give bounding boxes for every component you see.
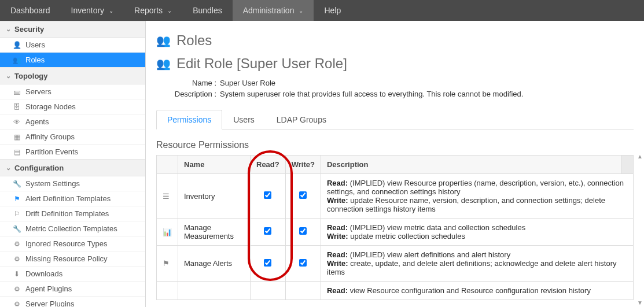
storage-icon: 🗄 [12, 103, 22, 111]
write-checkbox[interactable] [299, 191, 307, 199]
download-icon: ⬇ [12, 270, 22, 278]
chevron-down-icon: ⌄ [6, 25, 11, 33]
sidebar-item-roles[interactable]: 👥 Roles [0, 53, 145, 68]
section-title: Topology [14, 72, 48, 80]
scroll-down-icon[interactable]: ▼ [637, 300, 643, 306]
sidebar-item-ignored-resource-types[interactable]: ⚙ Ignored Resource Types [0, 236, 145, 251]
sidebar-item-storage-nodes[interactable]: 🗄 Storage Nodes [0, 99, 145, 114]
sidebar-item-partition-events[interactable]: ▤ Partition Events [0, 145, 145, 160]
row-name: Manage Measurements [178, 219, 251, 246]
sidebar-item-drift-def-templates[interactable]: ⚐ Drift Definition Templates [0, 206, 145, 221]
write-checkbox[interactable] [299, 259, 307, 267]
read-checkbox-cell [251, 174, 286, 219]
sidebar-item-missing-resource-policy[interactable]: ⚙ Missing Resource Policy [0, 251, 145, 267]
sidebar-item-label: Downloads [25, 269, 62, 278]
sidebar-section-security[interactable]: ⌄ Security [0, 21, 145, 38]
write-checkbox-cell [285, 219, 321, 246]
row-icon-cell: 📊 [157, 219, 178, 246]
user-icon: 👤 [12, 41, 22, 49]
nav-bundles[interactable]: Bundles [182, 0, 233, 21]
row-name [178, 282, 251, 300]
read-desc: (IMPLIED) view metric data and collectio… [350, 223, 525, 232]
nav-help[interactable]: Help [314, 0, 351, 21]
nav-label: Dashboard [10, 6, 50, 15]
section-title: Security [14, 25, 44, 34]
read-desc: view Resource configuration and Resource… [350, 286, 591, 295]
sidebar-item-system-settings[interactable]: 🔧 System Settings [0, 176, 145, 191]
read-checkbox-cell [251, 246, 286, 282]
sidebar-item-users[interactable]: 👤 Users [0, 38, 145, 53]
chevron-down-icon: ⌄ [299, 8, 303, 14]
server-icon: 🖴 [12, 88, 22, 96]
sidebar-item-downloads[interactable]: ⬇ Downloads [0, 267, 145, 282]
nav-inventory[interactable]: Inventory ⌄ [61, 0, 124, 21]
partition-icon: ▤ [12, 148, 22, 156]
col-write[interactable]: Write? [285, 156, 321, 174]
table-header-row: Name Read? Write? Description [157, 156, 634, 174]
sidebar-item-label: Agents [25, 117, 49, 126]
read-checkbox[interactable] [264, 259, 271, 267]
nav-reports[interactable]: Reports ⌄ [124, 0, 182, 21]
row-icon-cell: ☰ [157, 174, 178, 219]
write-desc: update metric collection schedules [350, 232, 465, 241]
sidebar: ⌄ Security 👤 Users 👥 Roles ⌄ Topology 🖴 … [0, 21, 146, 307]
nav-label: Inventory [71, 6, 105, 15]
gear-icon: ⚙ [12, 240, 22, 248]
flag-icon: ⚑ [163, 259, 170, 268]
tab-users[interactable]: Users [222, 110, 266, 130]
col-read[interactable]: Read? [251, 156, 286, 174]
read-desc: (IMPLIED) view Resource properties (name… [327, 179, 624, 196]
col-description[interactable]: Description [321, 156, 621, 174]
col-name[interactable]: Name [178, 156, 251, 174]
sidebar-item-label: Roles [25, 56, 45, 64]
description-value: System superuser role that provides full… [220, 90, 634, 98]
table-row: ⚑ Manage Alerts Read: (IMPLIED) view ale… [157, 246, 634, 282]
sidebar-item-label: Users [25, 40, 45, 49]
flag-icon: ⚐ [12, 210, 22, 218]
sidebar-item-servers[interactable]: 🖴 Servers [0, 84, 145, 99]
chevron-down-icon: ⌄ [167, 8, 172, 14]
tab-label: Permissions [167, 115, 211, 124]
scroll-track[interactable]: ▲ ▼ [637, 21, 644, 307]
nav-administration[interactable]: Administration ⌄ [233, 0, 314, 21]
sidebar-item-server-plugins[interactable]: ⚙ Server Plugins [0, 297, 145, 307]
col-icon [157, 156, 178, 174]
tab-ldap-groups[interactable]: LDAP Groups [266, 110, 337, 130]
sidebar-item-agent-plugins[interactable]: ⚙ Agent Plugins [0, 282, 145, 297]
sidebar-item-alert-def-templates[interactable]: ⚑ Alert Definition Templates [0, 191, 145, 206]
write-checkbox-cell [285, 174, 321, 219]
row-name: Inventory [178, 174, 251, 219]
row-icon-cell [157, 282, 178, 300]
tab-label: LDAP Groups [277, 115, 326, 124]
sidebar-section-configuration[interactable]: ⌄ Configuration [0, 160, 145, 176]
description-label: Description : [156, 90, 220, 98]
eye-icon: 👁 [12, 118, 22, 126]
read-checkbox-cell [251, 282, 286, 300]
nav-dashboard[interactable]: Dashboard [0, 0, 61, 21]
roles-title: Roles [176, 32, 212, 49]
permissions-table: Name Read? Write? Description ☰ Inventor… [156, 155, 634, 300]
sidebar-item-agents[interactable]: 👁 Agents [0, 114, 145, 130]
name-label: Name : [156, 79, 220, 87]
read-checkbox[interactable] [264, 227, 271, 235]
sidebar-item-metric-templates[interactable]: 🔧 Metric Collection Templates [0, 221, 145, 236]
table-row: Read: view Resource configuration and Re… [157, 282, 634, 300]
chevron-down-icon: ⌄ [6, 72, 11, 80]
table-row: ☰ Inventory Read: (IMPLIED) view Resourc… [157, 174, 634, 219]
sidebar-item-affinity-groups[interactable]: ▦ Affinity Groups [0, 130, 145, 145]
resource-permissions-heading: Resource Permissions [156, 140, 634, 150]
sidebar-item-label: Missing Resource Policy [25, 254, 108, 263]
scroll-up-icon[interactable]: ▲ [637, 154, 643, 160]
row-description: Read: (IMPLIED) view Resource properties… [321, 174, 633, 219]
tab-permissions[interactable]: Permissions [156, 110, 222, 130]
read-checkbox[interactable] [264, 191, 271, 199]
table-row: 📊 Manage Measurements Read: (IMPLIED) vi… [157, 219, 634, 246]
sidebar-section-topology[interactable]: ⌄ Topology [0, 68, 145, 84]
write-checkbox[interactable] [299, 227, 307, 235]
nav-label: Help [324, 6, 341, 15]
list-icon: ☰ [163, 192, 170, 201]
name-row: Name : Super User Role [156, 79, 634, 87]
write-desc: create, update, and delete alert definit… [327, 259, 617, 276]
edit-role-heading: 👥 Edit Role [Super User Role] [156, 56, 634, 72]
chevron-down-icon: ⌄ [109, 8, 113, 14]
